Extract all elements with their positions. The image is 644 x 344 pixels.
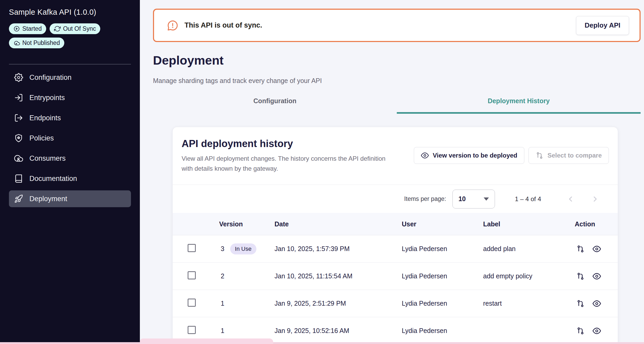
sidebar-item-label: Endpoints bbox=[29, 114, 61, 122]
compare-icon[interactable] bbox=[576, 299, 585, 308]
badge-label: Started bbox=[22, 25, 42, 32]
column-header-version: Version bbox=[219, 220, 275, 228]
sidebar-item-label: Deployment bbox=[29, 195, 67, 203]
gear-icon bbox=[14, 73, 23, 82]
sidebar-item-configuration[interactable]: Configuration bbox=[9, 69, 131, 86]
table-row: 3 In Use Jan 10, 2025, 1:57:39 PM Lydia … bbox=[173, 235, 618, 263]
pagination-range: 1 – 4 of 4 bbox=[515, 195, 541, 203]
column-header-label: Label bbox=[483, 220, 573, 228]
arrow-out-of-box-icon bbox=[14, 113, 23, 122]
in-use-badge: In Use bbox=[230, 243, 256, 254]
eye-icon[interactable] bbox=[593, 299, 601, 308]
sidebar-item-label: Documentation bbox=[29, 175, 77, 183]
version-number: 1 bbox=[221, 300, 224, 307]
compare-icon bbox=[536, 152, 543, 159]
page-subtitle: Manage sharding tags and track every cha… bbox=[153, 77, 641, 85]
deployment-history-card: API deployment history View all API depl… bbox=[172, 127, 618, 344]
sidebar-item-documentation[interactable]: Documentation bbox=[9, 170, 131, 187]
card-header-text: API deployment history View all API depl… bbox=[182, 138, 397, 174]
sidebar-item-consumers[interactable]: Consumers bbox=[9, 150, 131, 167]
chevron-right-icon[interactable] bbox=[591, 195, 599, 203]
bottom-overlay-blob bbox=[140, 338, 273, 344]
tab-configuration[interactable]: Configuration bbox=[153, 97, 397, 114]
deploy-api-button[interactable]: Deploy API bbox=[576, 16, 629, 35]
eye-icon bbox=[421, 152, 429, 159]
deployment-user: Lydia Pedersen bbox=[402, 272, 483, 280]
column-header-action: Action bbox=[573, 220, 618, 228]
tab-deployment-history[interactable]: Deployment History bbox=[397, 97, 641, 114]
row-actions bbox=[573, 327, 618, 335]
main-content: This API is out of sync. Deploy API Depl… bbox=[140, 0, 644, 344]
version-number: 3 bbox=[221, 245, 224, 253]
view-version-label: View version to be deployed bbox=[433, 152, 517, 159]
sidebar-item-entrypoints[interactable]: Entrypoints bbox=[9, 89, 131, 106]
version-number: 2 bbox=[221, 272, 224, 280]
out-of-sync-banner: This API is out of sync. Deploy API bbox=[153, 9, 641, 42]
row-checkbox[interactable] bbox=[188, 271, 196, 279]
compare-icon[interactable] bbox=[576, 272, 585, 280]
select-to-compare-button[interactable]: Select to compare bbox=[529, 147, 609, 164]
sidebar: Sample Kafka API (1.0.0) Started Out Of … bbox=[0, 0, 140, 344]
sidebar-divider bbox=[9, 64, 131, 64]
cloud-x-icon bbox=[13, 40, 20, 46]
items-per-page-value: 10 bbox=[458, 195, 466, 203]
chevron-down-icon bbox=[484, 197, 489, 201]
table-row: 2 Jan 10, 2025, 11:15:54 AM Lydia Peders… bbox=[173, 263, 618, 290]
sidebar-item-endpoints[interactable]: Endpoints bbox=[9, 110, 131, 126]
pagination-arrows bbox=[566, 195, 599, 203]
shield-star-icon bbox=[14, 134, 23, 143]
version-number: 1 bbox=[221, 327, 224, 335]
row-checkbox[interactable] bbox=[188, 326, 196, 334]
status-badge-not-published: Not Published bbox=[9, 38, 64, 48]
api-status-badges: Started Out Of Sync Not Published bbox=[9, 23, 131, 48]
sidebar-item-label: Consumers bbox=[29, 154, 66, 163]
deployment-date: Jan 9, 2025, 2:51:29 PM bbox=[275, 300, 402, 307]
api-title: Sample Kafka API (1.0.0) bbox=[9, 8, 131, 17]
compare-icon[interactable] bbox=[576, 245, 585, 253]
card-header: API deployment history View all API depl… bbox=[173, 127, 618, 174]
column-header-user: User bbox=[402, 220, 483, 228]
row-actions bbox=[573, 245, 618, 253]
compare-icon[interactable] bbox=[576, 327, 585, 335]
banner-message: This API is out of sync. bbox=[184, 21, 576, 29]
status-badge-out-of-sync: Out Of Sync bbox=[50, 23, 100, 34]
eye-icon[interactable] bbox=[593, 327, 601, 335]
column-header-date: Date bbox=[275, 220, 402, 228]
items-per-page-label: Items per page: bbox=[404, 195, 446, 202]
sidebar-item-label: Policies bbox=[29, 134, 54, 142]
deployment-user: Lydia Pedersen bbox=[402, 300, 483, 307]
badge-label: Out Of Sync bbox=[63, 25, 96, 32]
eye-icon[interactable] bbox=[593, 272, 601, 280]
deployment-label: restart bbox=[483, 300, 573, 307]
app-window: Sample Kafka API (1.0.0) Started Out Of … bbox=[0, 0, 644, 344]
deployment-date: Jan 10, 2025, 1:57:39 PM bbox=[275, 245, 402, 253]
deployment-date: Jan 9, 2025, 10:52:16 AM bbox=[275, 327, 402, 335]
deployment-user: Lydia Pedersen bbox=[402, 245, 483, 253]
row-checkbox[interactable] bbox=[188, 299, 196, 307]
view-version-button[interactable]: View version to be deployed bbox=[414, 147, 524, 164]
bottom-overlay-strip bbox=[0, 342, 644, 344]
table-header-row: Version Date User Label Action bbox=[173, 213, 618, 235]
items-per-page-select[interactable]: 10 bbox=[452, 190, 495, 209]
page-title: Deployment bbox=[153, 53, 641, 67]
sync-icon bbox=[54, 25, 61, 32]
tab-bar: Configuration Deployment History bbox=[153, 97, 641, 114]
paginator: Items per page: 10 1 – 4 of 4 bbox=[173, 185, 618, 213]
sidebar-menu: Configuration Entrypoints Endpoints bbox=[9, 69, 131, 207]
row-actions bbox=[573, 299, 618, 308]
status-badge-started: Started bbox=[9, 23, 46, 34]
sidebar-item-deployment[interactable]: Deployment bbox=[9, 190, 131, 207]
badge-label: Not Published bbox=[22, 39, 60, 46]
play-circle-icon bbox=[13, 25, 20, 32]
eye-icon[interactable] bbox=[593, 245, 601, 253]
alert-bubble-icon bbox=[167, 19, 179, 32]
row-checkbox[interactable] bbox=[188, 244, 196, 252]
card-title: API deployment history bbox=[182, 138, 397, 149]
sidebar-item-policies[interactable]: Policies bbox=[9, 130, 131, 147]
arrow-into-box-icon bbox=[14, 93, 23, 102]
select-to-compare-label: Select to compare bbox=[547, 152, 602, 159]
chevron-left-icon[interactable] bbox=[566, 195, 575, 203]
sidebar-item-label: Entrypoints bbox=[29, 94, 65, 102]
sidebar-item-label: Configuration bbox=[29, 74, 72, 82]
cloud-user-icon bbox=[14, 154, 23, 163]
